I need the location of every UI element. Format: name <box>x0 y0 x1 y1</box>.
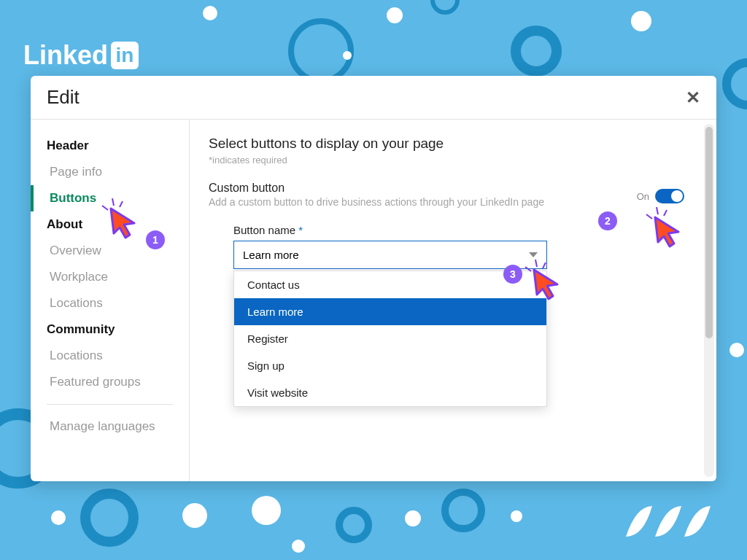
bg-ring <box>80 489 139 547</box>
custom-button-desc: Add a custom button to drive business ac… <box>209 196 624 208</box>
step-badge-3: 3 <box>503 265 522 284</box>
nav-item-featured-groups[interactable]: Featured groups <box>31 369 189 395</box>
edit-modal: Edit ✕ Header Page info Buttons About Ov… <box>31 76 716 481</box>
bg-dot <box>252 496 281 525</box>
scrollbar-thumb[interactable] <box>705 127 713 338</box>
button-name-dropdown: Contact us Learn more Register Sign up V… <box>233 271 547 407</box>
modal-title: Edit <box>47 86 80 109</box>
nav-item-community-locations[interactable]: Locations <box>31 343 189 369</box>
step-badge-2: 2 <box>598 211 617 230</box>
dropdown-option-contact-us[interactable]: Contact us <box>234 271 546 298</box>
bg-ring <box>511 26 562 77</box>
bg-ring <box>722 58 747 109</box>
nav-item-manage-languages[interactable]: Manage languages <box>31 413 189 440</box>
bg-dot <box>51 510 66 525</box>
nav-section-about: About <box>31 211 189 238</box>
nav-item-locations[interactable]: Locations <box>31 290 189 316</box>
dropdown-option-learn-more[interactable]: Learn more <box>234 298 546 325</box>
bg-dot <box>292 540 305 553</box>
content-title: Select buttons to display on your page <box>209 136 684 152</box>
bg-dot <box>511 510 522 522</box>
close-button[interactable]: ✕ <box>686 88 700 108</box>
required-asterisk: * <box>298 224 303 236</box>
bg-ring <box>288 18 354 84</box>
bg-dot <box>729 343 744 357</box>
content-panel: Select buttons to display on your page *… <box>190 120 716 481</box>
brand-swoosh-icon <box>622 500 724 544</box>
dropdown-option-sign-up[interactable]: Sign up <box>234 352 546 379</box>
button-name-field: Button name * Learn more Contact us Lear… <box>233 224 547 269</box>
chevron-down-icon <box>529 252 538 257</box>
dropdown-option-register[interactable]: Register <box>234 325 546 352</box>
nav-item-workplace[interactable]: Workplace <box>31 264 189 290</box>
button-name-label: Button name * <box>233 224 547 236</box>
linkedin-logo: Linked in <box>23 40 139 71</box>
nav-item-page-info[interactable]: Page info <box>31 159 189 185</box>
toggle-label: On <box>637 191 649 202</box>
modal-body: Header Page info Buttons About Overview … <box>31 120 716 481</box>
sidebar: Header Page info Buttons About Overview … <box>31 120 190 481</box>
logo-in-box: in <box>111 42 139 69</box>
logo-text-linked: Linked <box>23 40 108 71</box>
bg-dot <box>631 11 651 31</box>
button-name-select[interactable]: Learn more <box>233 241 547 269</box>
nav-item-overview[interactable]: Overview <box>31 238 189 264</box>
field-label-text: Button name <box>233 224 295 236</box>
scrollbar[interactable] <box>704 124 714 477</box>
nav-section-header: Header <box>31 133 189 159</box>
bg-ring <box>336 507 372 543</box>
nav-item-buttons[interactable]: Buttons <box>31 185 189 211</box>
custom-button-row: Custom button Add a custom button to dri… <box>209 182 684 208</box>
custom-button-title: Custom button <box>209 182 624 195</box>
nav-section-community: Community <box>31 316 189 343</box>
bg-dot <box>387 7 403 23</box>
bg-ring <box>441 489 485 532</box>
nav-divider <box>47 404 173 405</box>
bg-dot <box>343 51 352 60</box>
dropdown-option-visit-website[interactable]: Visit website <box>234 379 546 406</box>
required-note: *indicates required <box>209 155 684 166</box>
step-badge-1: 1 <box>146 230 165 249</box>
bg-dot <box>203 6 217 20</box>
bg-ring <box>430 0 460 15</box>
modal-header: Edit ✕ <box>31 76 716 120</box>
bg-dot <box>182 503 207 528</box>
custom-button-toggle[interactable] <box>655 189 684 203</box>
select-value: Learn more <box>243 249 299 261</box>
bg-dot <box>405 510 421 526</box>
